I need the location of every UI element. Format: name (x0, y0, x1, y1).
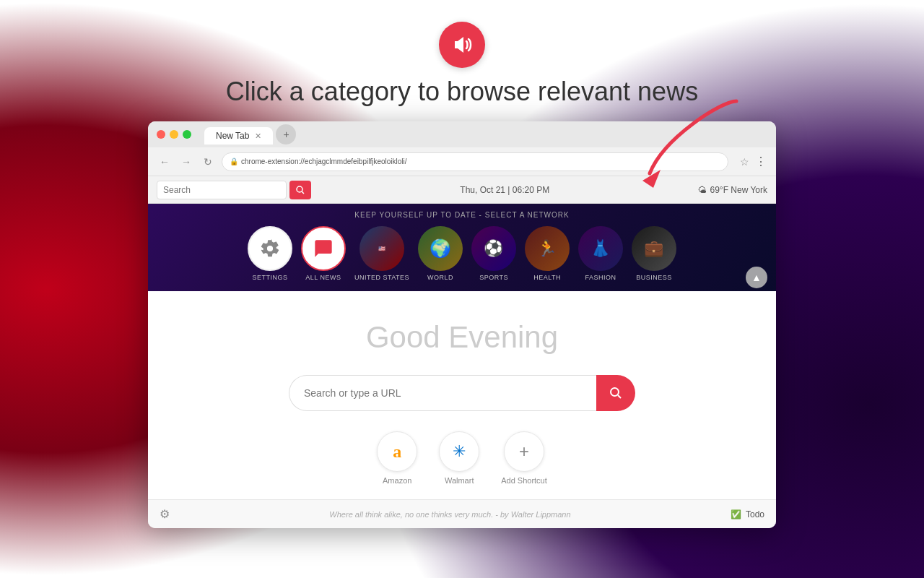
us-circle: 🇺🇸 (359, 226, 404, 271)
arrow-annotation (635, 94, 751, 191)
scroll-up-button[interactable]: ▲ (746, 267, 767, 288)
main-search-input[interactable] (289, 375, 596, 411)
main-search-bar (289, 375, 635, 411)
category-label-fashion: FASHION (585, 274, 616, 281)
address-text: chrome-extension://echjagclmmdefeibpilfj… (241, 158, 407, 165)
walmart-icon-circle: ✳ (439, 431, 479, 472)
add-shortcut-label: Add Shortcut (501, 476, 547, 485)
amazon-icon-circle: a (377, 431, 417, 472)
category-label-all-news: ALL NEWS (305, 274, 341, 281)
news-banner: KEEP YOURSELF UP TO DATE - SELECT A NETW… (148, 204, 776, 291)
footer-settings-icon[interactable]: ⚙ (160, 507, 170, 521)
svg-point-1 (297, 186, 302, 192)
footer-quote: Where all think alike, no one thinks ver… (170, 510, 731, 519)
tab-title: New Tab (216, 131, 249, 141)
settings-circle (248, 226, 292, 271)
category-item-sports[interactable]: ⚽ SPORTS (471, 226, 516, 281)
shortcuts-row: a Amazon ✳ Walmart + Add Shortcut (377, 431, 547, 485)
svg-line-4 (618, 395, 621, 398)
add-shortcut-circle: + (504, 431, 544, 472)
forward-button[interactable]: → (178, 154, 194, 170)
category-label-world: WORLD (427, 274, 453, 281)
category-label-health: HEALTH (533, 274, 561, 281)
menu-button[interactable]: ⋮ (755, 155, 767, 168)
category-item-settings[interactable]: SETTINGS (248, 226, 292, 281)
fashion-circle: 👗 (578, 226, 623, 271)
shortcut-walmart[interactable]: ✳ Walmart (439, 431, 479, 485)
traffic-lights (157, 130, 191, 139)
browser-content: Good Evening a Amazon ✳ (148, 291, 776, 499)
amazon-label: Amazon (383, 476, 411, 485)
category-label-business: BUSINESS (636, 274, 672, 281)
category-item-world[interactable]: 🌍 WORLD (418, 226, 463, 281)
maximize-button[interactable] (183, 130, 191, 139)
health-circle: 🏃 (525, 226, 570, 271)
footer-todo[interactable]: ✅ Todo (731, 509, 764, 519)
reload-button[interactable]: ↻ (200, 154, 216, 170)
categories-row: SETTINGS ALL NEWS 🇺🇸 UNIT (162, 226, 762, 281)
category-item-business[interactable]: 💼 BUSINESS (632, 226, 676, 281)
search-button[interactable] (289, 181, 311, 199)
category-item-all-news[interactable]: ALL NEWS (301, 226, 346, 281)
shortcut-add[interactable]: + Add Shortcut (501, 431, 547, 485)
headline: Click a category to browse relevant news (226, 77, 698, 107)
close-button[interactable] (157, 130, 165, 139)
world-circle: 🌍 (418, 226, 463, 271)
category-label-settings: SETTINGS (252, 274, 287, 281)
minimize-button[interactable] (170, 130, 178, 139)
category-item-us[interactable]: 🇺🇸 UNITED STATES (354, 226, 409, 281)
news-banner-wrapper: KEEP YOURSELF UP TO DATE - SELECT A NETW… (148, 204, 776, 291)
active-tab[interactable]: New Tab ✕ (204, 127, 273, 144)
tab-close-icon[interactable]: ✕ (255, 131, 261, 141)
back-button[interactable]: ← (157, 154, 173, 170)
all-news-circle (301, 226, 346, 271)
search-input[interactable] (157, 181, 287, 199)
top-section: Click a category to browse relevant news (0, 0, 924, 121)
sports-circle: ⚽ (471, 226, 516, 271)
new-tab-button[interactable]: + (276, 124, 296, 144)
svg-point-3 (611, 388, 619, 396)
category-item-health[interactable]: 🏃 HEALTH (525, 226, 570, 281)
main-search-button[interactable] (596, 375, 635, 411)
category-label-us: UNITED STATES (354, 274, 409, 281)
todo-label: Todo (746, 509, 764, 519)
megaphone-icon (439, 22, 485, 68)
todo-check-icon: ✅ (731, 509, 741, 519)
shortcut-amazon[interactable]: a Amazon (377, 431, 417, 485)
category-label-sports: SPORTS (479, 274, 508, 281)
svg-line-2 (302, 191, 304, 194)
category-item-fashion[interactable]: 👗 FASHION (578, 226, 623, 281)
business-circle: 💼 (632, 226, 676, 271)
walmart-label: Walmart (445, 476, 474, 485)
browser-footer: ⚙ Where all think alike, no one thinks v… (148, 499, 776, 528)
news-banner-title: KEEP YOURSELF UP TO DATE - SELECT A NETW… (162, 211, 762, 219)
lock-icon: 🔒 (230, 158, 238, 165)
greeting-text: Good Evening (366, 320, 558, 355)
